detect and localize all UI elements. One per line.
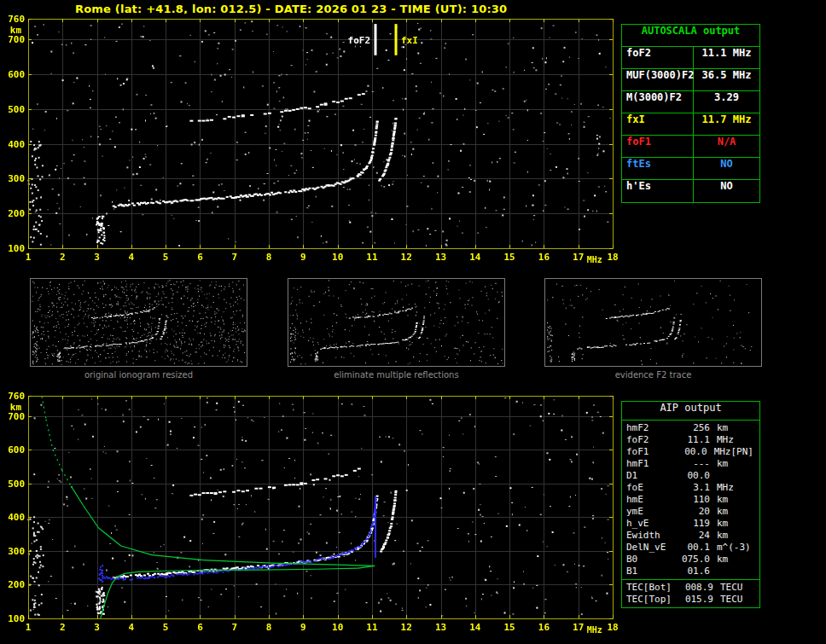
autoscala-param-value: 3.29 [694, 91, 759, 113]
aip-param-unit: km [717, 530, 728, 542]
aip-param-value: 3.1 [678, 482, 710, 494]
thumbnail-evidence-f2-trace: evidence F2 trace [544, 278, 762, 380]
aip-row-fof1: foF100.0MHz[PN] [622, 446, 759, 458]
thumbnail-canvas-eliminate-reflections [288, 278, 505, 367]
aip-param-name: TEC[Bot] [626, 582, 681, 594]
aip-param-unit: MHz [717, 434, 734, 446]
aip-param-unit: m^(-3) [717, 542, 751, 554]
aip-param-name: TEC[Top] [626, 594, 681, 606]
aip-param-value: 11.1 [678, 434, 710, 446]
autoscala-row-fof2: foF211.1 MHz [622, 47, 759, 69]
aip-row-fof2: foF211.1MHz [622, 434, 759, 446]
aip-param-name: D1 [626, 470, 678, 482]
thumbnail-caption-evidence-f2-trace: evidence F2 trace [544, 370, 762, 380]
aip-param-value: 075.0 [678, 554, 710, 566]
autoscala-row-h-es: h'EsNO [622, 180, 759, 202]
aip-param-unit: MHz [717, 482, 734, 494]
autoscala-param-name: foF1 [622, 136, 694, 157]
aip-param-value: 015.9 [681, 594, 713, 606]
thumbnail-canvas-evidence-f2-trace [544, 278, 762, 367]
aip-param-value: --- [678, 458, 710, 470]
aip-param-unit: km [717, 422, 728, 434]
aip-param-name: hmF1 [626, 458, 678, 470]
aip-param-unit: km [717, 554, 728, 566]
aip-output-table: AIP output hmF2256kmfoF211.1MHzfoF100.0M… [621, 401, 760, 608]
aip-param-value: 008.9 [681, 582, 713, 594]
aip-param-name: hmF2 [626, 422, 678, 434]
aip-table-rows: hmF2256kmfoF211.1MHzfoF100.0MHz[PN]hmF1-… [622, 421, 759, 577]
aip-param-value: 00.0 [676, 446, 707, 458]
aip-row-tec-top-: TEC[Top]015.9TECU [622, 594, 759, 606]
aip-row-deln-ve: DelN_vE00.1m^(-3) [622, 542, 759, 554]
aip-row-foe: foE3.1MHz [622, 482, 759, 494]
aip-param-name: hmE [626, 494, 678, 506]
autoscala-param-name: ftEs [622, 158, 694, 179]
aip-row-yme: ymE20km [622, 506, 759, 518]
aip-param-name: Ewidth [626, 530, 678, 542]
aip-row-b1: B101.6 [622, 566, 759, 577]
aip-param-name: DelN_vE [626, 542, 678, 554]
autoscala-output-table: AUTOSCALA output foF211.1 MHzMUF(3000)F2… [621, 24, 760, 203]
autoscala-param-value: 11.1 MHz [694, 47, 759, 68]
aip-param-name: B0 [626, 554, 678, 566]
aip-param-name: h_vE [626, 518, 678, 530]
aip-row-h-ve: h_vE119km [622, 518, 759, 530]
aip-row-hmf2: hmF2256km [622, 422, 759, 434]
aip-param-value: 01.6 [678, 566, 710, 577]
aip-row-d1: D100.0 [622, 470, 759, 482]
aip-param-name: foF1 [626, 446, 676, 458]
aip-param-unit: km [717, 518, 728, 530]
aip-param-unit: MHz [714, 446, 731, 458]
autoscala-table-rows: foF211.1 MHzMUF(3000)F236.5 MHzM(3000)F2… [622, 47, 759, 202]
aip-row-b0: B0075.0km [622, 554, 759, 566]
aip-row-ewidth: Ewidth24km [622, 530, 759, 542]
autoscala-window: Rome (lat: +41.8, lon: 012.5) - DATE: 20… [0, 0, 826, 644]
aip-param-name: foF2 [626, 434, 678, 446]
aip-tec-rows: TEC[Bot]008.9TECUTEC[Top]015.9TECU [622, 579, 759, 607]
aip-row-hmf1: hmF1---km [622, 458, 759, 470]
autoscala-param-value: 36.5 MHz [694, 69, 759, 90]
autoscala-param-name: M(3000)F2 [622, 91, 694, 113]
autoscala-param-name: h'Es [622, 180, 694, 202]
aip-row-tec-bot-: TEC[Bot]008.9TECU [622, 582, 759, 594]
aip-param-name: foE [626, 482, 678, 494]
aip-table-header: AIP output [622, 402, 759, 421]
aip-param-value: 110 [678, 494, 710, 506]
autoscala-row-m-3000-f2: M(3000)F23.29 [622, 91, 759, 113]
autoscala-row-muf-3000-f2: MUF(3000)F236.5 MHz [622, 69, 759, 91]
aip-param-name: B1 [626, 566, 678, 577]
profile-ionogram-canvas [0, 386, 625, 641]
thumbnail-eliminate-reflections: eliminate multiple reflections [288, 278, 505, 380]
autoscala-row-fof1: foF1N/A [622, 136, 759, 158]
aip-param-flag: [PN] [731, 446, 756, 458]
aip-param-unit: TECU [720, 594, 743, 606]
thumbnail-canvas-original [30, 278, 247, 367]
aip-param-unit: km [717, 506, 728, 518]
autoscala-param-name: foF2 [622, 47, 694, 68]
autoscala-param-value: NO [694, 158, 759, 179]
autoscala-param-name: MUF(3000)F2 [622, 69, 694, 90]
thumbnail-original-ionogram: original ionogram resized [30, 278, 247, 380]
aip-param-unit: km [717, 494, 728, 506]
aip-param-value: 20 [678, 506, 710, 518]
main-ionogram-canvas [0, 14, 625, 270]
thumbnail-caption-original: original ionogram resized [30, 370, 247, 380]
aip-param-name: ymE [626, 506, 678, 518]
autoscala-table-header: AUTOSCALA output [622, 25, 759, 47]
aip-param-value: 119 [678, 518, 710, 530]
autoscala-param-value: N/A [694, 136, 759, 157]
autoscala-row-fxi: fxI11.7 MHz [622, 113, 759, 136]
aip-row-hme: hmE110km [622, 494, 759, 506]
aip-param-unit: km [717, 458, 728, 470]
aip-param-unit: TECU [720, 582, 743, 594]
autoscala-param-name: fxI [622, 113, 694, 135]
aip-param-value: 00.1 [678, 542, 710, 554]
aip-param-value: 256 [678, 422, 710, 434]
autoscala-param-value: NO [694, 180, 759, 202]
autoscala-row-ftes: ftEsNO [622, 158, 759, 180]
aip-param-value: 00.0 [678, 470, 710, 482]
thumbnail-caption-eliminate-reflections: eliminate multiple reflections [288, 370, 505, 380]
autoscala-param-value: 11.7 MHz [694, 113, 759, 135]
aip-param-value: 24 [678, 530, 710, 542]
